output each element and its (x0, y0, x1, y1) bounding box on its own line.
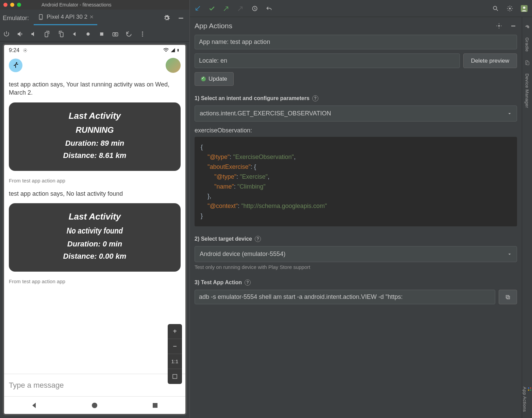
gear-icon[interactable] (163, 14, 170, 22)
nav-overview-icon[interactable] (151, 401, 159, 409)
panel-title: App Actions (195, 22, 232, 30)
delete-preview-button[interactable]: Delete preview (463, 53, 517, 68)
fullscreen-window-icon[interactable] (17, 3, 21, 7)
update-button[interactable]: Update (195, 72, 234, 86)
volume-up-icon[interactable] (16, 30, 24, 38)
intent-select[interactable]: actions.intent.GET_EXERCISE_OBSERVATION (195, 106, 517, 122)
activity-card-1: Last Activity RUNNING Duration: 89 min D… (9, 102, 181, 171)
copy-button[interactable] (499, 290, 517, 304)
activity-card-2: Last Activity No activity found Duration… (9, 203, 181, 272)
from-label-2: From test app action app (9, 278, 181, 284)
device-manager-icon[interactable] (525, 60, 530, 65)
panel-minimize-icon[interactable] (510, 22, 517, 30)
rail-gradle-label[interactable]: Gradle (525, 37, 530, 52)
svg-rect-1 (40, 18, 41, 19)
emulator-tabbar: Emulator: Pixel 4 API 30 2 ✕ (0, 10, 189, 27)
minimize-window-icon[interactable] (10, 3, 14, 7)
svg-point-19 (493, 6, 497, 10)
assistant-text-1: test app action says, Your last running … (9, 80, 181, 97)
avatar[interactable] (166, 58, 181, 73)
android-statusbar: 9:24 (4, 45, 185, 56)
home-nav-icon[interactable] (84, 30, 92, 38)
zoom-in-button[interactable]: + (168, 324, 182, 339)
running-icon (9, 59, 22, 72)
svg-rect-2 (179, 18, 183, 19)
svg-rect-3 (45, 32, 48, 37)
adb-command-field[interactable]: adb -s emulator-5554 shell am start -a a… (195, 290, 495, 304)
emulator-toolbar (0, 27, 189, 42)
svg-point-32 (530, 389, 531, 391)
emulator-tab[interactable]: Pixel 4 API 30 2 ✕ (34, 11, 97, 25)
undo-icon[interactable] (265, 5, 273, 12)
svg-rect-24 (511, 26, 515, 26)
phone-icon (37, 13, 45, 21)
help-icon[interactable]: ? (312, 95, 318, 101)
chevron-down-icon (507, 111, 512, 116)
app-name-field[interactable]: App name: test app action (195, 35, 517, 49)
svg-rect-7 (113, 32, 118, 36)
locale-field[interactable]: Locale: en (195, 53, 460, 68)
nav-back-icon[interactable] (30, 401, 38, 409)
close-window-icon[interactable] (3, 3, 7, 7)
arrow-up-right-icon[interactable] (222, 5, 230, 12)
help-icon[interactable]: ? (245, 279, 251, 286)
overview-nav-icon[interactable] (98, 30, 105, 38)
power-icon[interactable] (3, 30, 10, 38)
success-check-icon (201, 77, 206, 81)
message-placeholder: Type a message (9, 381, 64, 390)
emulator-tab-label: Pixel 4 API 30 2 (47, 14, 87, 20)
check-icon[interactable] (208, 5, 216, 12)
svg-point-11 (142, 35, 143, 36)
rotate-left-icon[interactable] (44, 30, 51, 38)
right-rail: Gradle Device Manager App Actions (522, 17, 532, 418)
message-input[interactable]: Type a message (4, 374, 185, 396)
svg-point-22 (523, 6, 526, 9)
clock-icon[interactable] (251, 5, 259, 12)
panel-header: App Actions (190, 17, 522, 35)
minimize-icon[interactable] (177, 14, 185, 22)
traffic-lights (3, 3, 21, 7)
more-icon[interactable] (139, 30, 146, 38)
help-icon[interactable]: ? (255, 236, 261, 242)
svg-rect-26 (506, 295, 509, 298)
camera-icon[interactable] (112, 30, 119, 38)
card2-distance: Distance: 0.00 km (12, 252, 177, 261)
profile-icon[interactable] (520, 5, 528, 12)
volume-down-icon[interactable] (30, 30, 37, 38)
rotate-right-icon[interactable] (57, 30, 65, 38)
zoom-reset-button[interactable]: 1:1 (168, 354, 182, 369)
back-nav-icon[interactable] (71, 30, 78, 38)
battery-icon (177, 47, 181, 53)
json-editor[interactable]: { "@type": "ExerciseObservation", "about… (195, 137, 517, 226)
svg-rect-25 (507, 296, 510, 299)
step1-label: 1) Select an intent and configure parame… (195, 95, 517, 101)
fullscreen-icon[interactable] (168, 369, 182, 384)
svg-point-16 (92, 403, 97, 408)
android-navbar (4, 396, 185, 414)
panel-gear-icon[interactable] (495, 22, 503, 30)
gradle-icon[interactable] (524, 23, 530, 29)
device-hint: Test only on running device with Play St… (195, 264, 517, 270)
svg-point-31 (528, 389, 529, 391)
arrow-down-left-icon[interactable] (194, 5, 201, 12)
rail-appactions-label[interactable]: App Actions (522, 385, 532, 414)
arrow-disabled-icon (237, 5, 244, 12)
svg-rect-6 (100, 32, 103, 35)
card1-distance: Distance: 8.61 km (12, 151, 177, 160)
history-icon[interactable] (125, 30, 133, 38)
close-icon[interactable]: ✕ (89, 14, 94, 20)
zoom-out-button[interactable]: − (168, 339, 182, 354)
svg-point-30 (530, 387, 531, 389)
rail-devmgr-label[interactable]: Device Manager (525, 74, 530, 108)
search-icon[interactable] (492, 5, 499, 12)
device-select[interactable]: Android device (emulator-5554) (195, 246, 517, 262)
nav-home-icon[interactable] (90, 401, 99, 409)
svg-point-23 (498, 25, 500, 27)
svg-point-8 (115, 33, 116, 35)
svg-point-5 (86, 32, 89, 35)
gear-icon[interactable] (506, 5, 514, 12)
wifi-icon (163, 47, 169, 53)
device-value: Android device (emulator-5554) (200, 251, 285, 258)
svg-point-9 (142, 31, 143, 32)
step2-label: 2) Select target device? (195, 236, 517, 242)
